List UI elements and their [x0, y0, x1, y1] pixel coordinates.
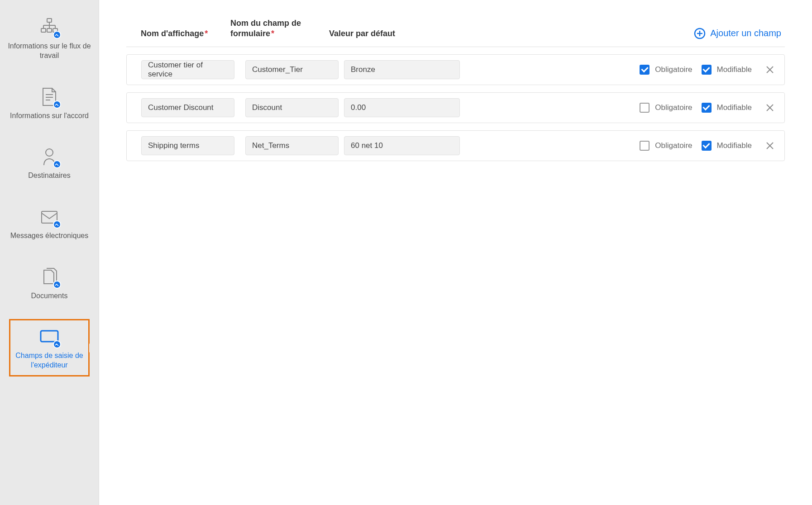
- header-form-field-name: Nom du champ de formulaire*: [230, 18, 329, 39]
- header-default-value: Valeur par défaut: [329, 29, 465, 39]
- form-field-name-input[interactable]: Customer_Tier: [245, 60, 339, 79]
- documents-icon: [38, 266, 60, 288]
- required-checkbox[interactable]: [640, 65, 650, 75]
- close-icon: [765, 141, 774, 150]
- editable-checkbox[interactable]: [702, 65, 712, 75]
- display-name-input[interactable]: Shipping terms: [141, 136, 234, 155]
- editable-checkbox[interactable]: [702, 141, 712, 151]
- delete-field-button[interactable]: [764, 64, 775, 75]
- sidebar-item-label: Champs de saisie de l'expéditeur: [14, 351, 85, 370]
- default-value-input[interactable]: 60 net 10: [344, 136, 460, 155]
- close-icon: [765, 103, 774, 112]
- default-value-input[interactable]: 0.00: [344, 98, 460, 117]
- header-display-name: Nom d'affichage*: [126, 29, 230, 39]
- recipients-icon: [38, 146, 60, 167]
- svg-rect-1: [41, 29, 46, 32]
- plus-circle-icon: [694, 28, 706, 39]
- required-label: Obligatoire: [655, 65, 692, 74]
- sidebar-item-agreement-info[interactable]: Informations sur l'accord: [0, 79, 99, 128]
- agreement-icon: [38, 86, 60, 108]
- sidebar-item-label: Documents: [31, 291, 68, 301]
- svg-rect-14: [41, 331, 58, 342]
- sidebar-item-label: Destinataires: [28, 171, 70, 181]
- svg-rect-2: [47, 29, 52, 32]
- delete-field-button[interactable]: [764, 102, 775, 113]
- editable-checkbox[interactable]: [702, 103, 712, 113]
- add-field-button[interactable]: Ajouter un champ: [694, 28, 785, 39]
- sidebar-item-documents[interactable]: Documents: [0, 259, 99, 308]
- editable-label: Modifiable: [717, 141, 752, 150]
- field-row: Shipping terms Net_Terms 60 net 10 Oblig…: [126, 130, 785, 161]
- form-field-name-input[interactable]: Discount: [245, 98, 339, 117]
- svg-point-12: [46, 149, 53, 156]
- display-name-input[interactable]: Customer Discount: [141, 98, 234, 117]
- workflow-icon: [38, 16, 60, 38]
- required-label: Obligatoire: [655, 103, 692, 112]
- sidebar: Informations sur le flux de travail Info…: [0, 0, 99, 505]
- sidebar-item-emails[interactable]: Messages électroniques: [0, 199, 99, 248]
- svg-rect-0: [47, 19, 52, 22]
- sender-fields-icon: [38, 326, 60, 348]
- editable-label: Modifiable: [717, 103, 752, 112]
- display-name-input[interactable]: Customer tier of service: [141, 60, 234, 79]
- field-row: Customer tier of service Customer_Tier B…: [126, 54, 785, 85]
- sidebar-item-recipients[interactable]: Destinataires: [0, 138, 99, 188]
- default-value-input[interactable]: Bronze: [344, 60, 460, 79]
- delete-field-button[interactable]: [764, 140, 775, 151]
- required-checkbox[interactable]: [640, 103, 650, 113]
- email-icon: [38, 206, 60, 228]
- required-label: Obligatoire: [655, 141, 692, 150]
- sidebar-item-workflow-info[interactable]: Informations sur le flux de travail: [0, 9, 99, 68]
- required-checkbox[interactable]: [640, 141, 650, 151]
- sidebar-item-label: Informations sur le flux de travail: [5, 42, 93, 61]
- sidebar-item-label: Messages électroniques: [10, 231, 89, 241]
- sidebar-item-label: Informations sur l'accord: [10, 111, 89, 121]
- form-field-name-input[interactable]: Net_Terms: [245, 136, 339, 155]
- editable-label: Modifiable: [717, 65, 752, 74]
- close-icon: [765, 65, 774, 74]
- field-row: Customer Discount Discount 0.00 Obligato…: [126, 92, 785, 123]
- main-content: Nom d'affichage* Nom du champ de formula…: [99, 0, 812, 505]
- sidebar-item-sender-fields[interactable]: Champs de saisie de l'expéditeur: [9, 319, 90, 377]
- column-headers: Nom d'affichage* Nom du champ de formula…: [126, 18, 785, 47]
